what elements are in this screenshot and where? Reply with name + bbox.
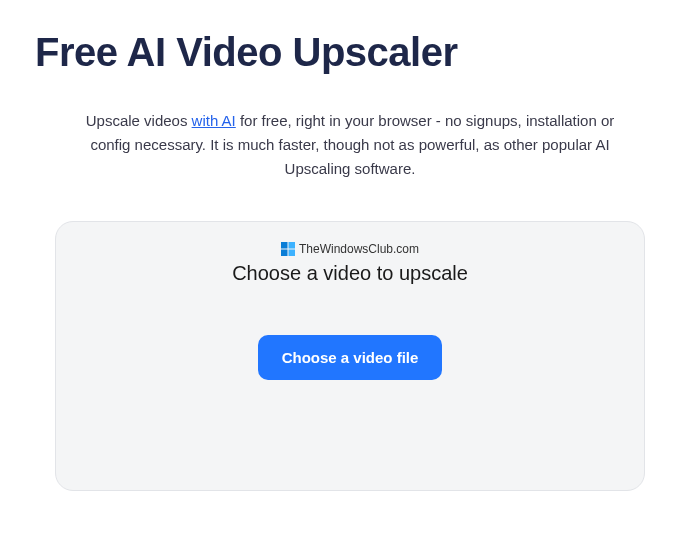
- page-title: Free AI Video Upscaler: [35, 30, 665, 74]
- description-text: Upscale videos with AI for free, right i…: [70, 109, 630, 181]
- svg-rect-3: [288, 250, 295, 257]
- description-prefix: Upscale videos: [86, 112, 192, 129]
- svg-rect-2: [281, 250, 288, 257]
- with-ai-link[interactable]: with AI: [192, 112, 236, 129]
- watermark-icon: [281, 242, 295, 256]
- svg-rect-0: [281, 242, 288, 249]
- upload-card-title: Choose a video to upscale: [86, 262, 614, 285]
- choose-video-button[interactable]: Choose a video file: [258, 335, 443, 380]
- watermark: TheWindowsClub.com: [86, 242, 614, 256]
- watermark-text: TheWindowsClub.com: [299, 242, 419, 256]
- upload-card: TheWindowsClub.com Choose a video to ups…: [55, 221, 645, 491]
- svg-rect-1: [288, 242, 295, 249]
